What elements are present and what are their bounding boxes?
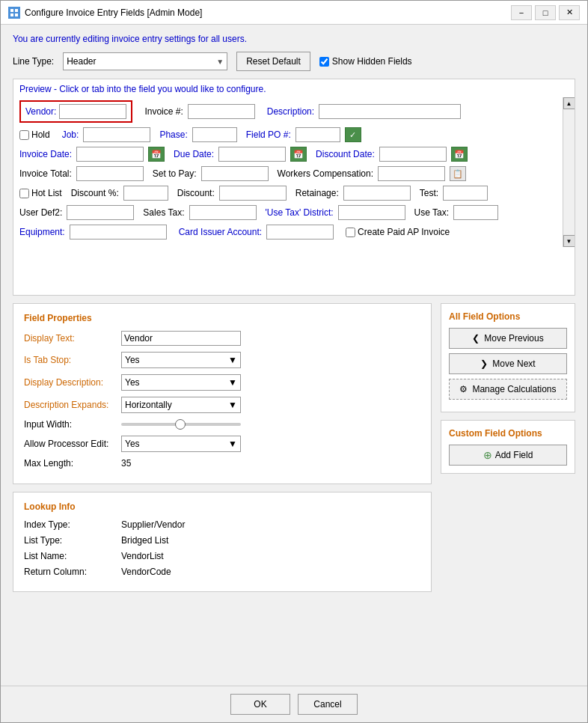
workers-comp-input[interactable]	[378, 166, 445, 181]
return-column-row: Return Column: VendorCode	[24, 567, 420, 577]
workers-comp-label: Workers Compensation:	[278, 168, 374, 179]
user-def2-input[interactable]	[67, 205, 134, 220]
vendor-input[interactable]	[59, 104, 126, 119]
index-type-label: Index Type:	[24, 519, 121, 530]
set-to-pay-input[interactable]	[201, 166, 269, 181]
invoice-date-calendar-button[interactable]: 📅	[148, 147, 165, 162]
scrollbar[interactable]: ▲ ▼	[563, 97, 575, 247]
allow-processor-dropdown[interactable]: Yes ▼	[121, 436, 241, 452]
field-po-calendar-button[interactable]: ✓	[345, 127, 361, 142]
is-tab-stop-dropdown[interactable]: Yes ▼	[121, 352, 241, 368]
field-properties-title: Field Properties	[24, 313, 420, 323]
preview-section: Preview - Click or tab into the field yo…	[13, 79, 575, 296]
invoice-date-input[interactable]	[76, 147, 144, 162]
test-input[interactable]	[443, 186, 488, 201]
close-button[interactable]: ✕	[559, 5, 580, 20]
description-expands-dropdown[interactable]: Horizontally ▼	[121, 397, 241, 413]
display-text-row: Display Text:	[24, 331, 420, 346]
gear-icon: ⚙	[459, 384, 468, 394]
display-description-value: Yes	[125, 377, 140, 388]
index-type-row: Index Type: Supplier/Vendor	[24, 519, 420, 530]
svg-rect-3	[15, 13, 18, 16]
card-issuer-input[interactable]	[266, 225, 334, 240]
allow-processor-arrow-icon: ▼	[228, 439, 237, 449]
move-next-button[interactable]: ❯ Move Next	[449, 353, 567, 374]
custom-field-options-title: Custom Field Options	[449, 428, 567, 439]
svg-rect-2	[10, 13, 13, 16]
workers-comp-doc-button[interactable]: 📋	[450, 166, 466, 181]
plus-circle-icon: ⊕	[483, 449, 492, 461]
svg-rect-1	[15, 9, 18, 12]
scroll-down-icon[interactable]: ▼	[563, 235, 575, 247]
field-po-input[interactable]	[295, 127, 340, 142]
cancel-button[interactable]: Cancel	[298, 694, 358, 715]
discount-input[interactable]	[219, 186, 287, 201]
create-paid-checkbox[interactable]	[346, 228, 355, 237]
phase-input[interactable]	[192, 127, 237, 142]
use-tax-input[interactable]	[453, 205, 498, 220]
discount-pct-label: Discount %:	[71, 188, 119, 198]
description-input[interactable]	[319, 104, 461, 119]
hot-list-checkbox[interactable]	[19, 189, 29, 198]
manage-calculations-button[interactable]: ⚙ Manage Calculations	[449, 379, 567, 400]
field-properties-section: Field Properties Display Text: Is Tab St…	[13, 303, 432, 484]
footer-bar: OK Cancel	[1, 686, 587, 722]
line-type-dropdown[interactable]: Header ▼	[63, 52, 227, 70]
discount-date-calendar-button[interactable]: 📅	[451, 147, 468, 162]
invoice-hash-input[interactable]	[188, 104, 255, 119]
display-description-dropdown[interactable]: Yes ▼	[121, 374, 241, 391]
maximize-button[interactable]: □	[535, 5, 556, 20]
hold-checkbox[interactable]	[19, 130, 29, 140]
move-next-label: Move Next	[492, 359, 535, 369]
left-panel: Field Properties Display Text: Is Tab St…	[13, 303, 432, 677]
description-expands-value: Horizontally	[125, 400, 172, 410]
description-expands-label: Description Expands:	[24, 400, 121, 410]
input-width-slider-container	[121, 423, 241, 426]
is-tab-stop-value: Yes	[125, 355, 140, 365]
is-tab-stop-label: Is Tab Stop:	[24, 355, 121, 365]
sales-tax-input[interactable]	[189, 205, 257, 220]
slider-thumb[interactable]	[175, 419, 186, 430]
notice-text: You are currently editing invoice entry …	[13, 34, 575, 44]
invoice-date-label: Invoice Date:	[19, 149, 72, 159]
move-previous-button[interactable]: ❮ Move Previous	[449, 328, 567, 349]
list-type-row: List Type: Bridged List	[24, 535, 420, 546]
add-field-button[interactable]: ⊕ Add Field	[449, 445, 567, 466]
invoice-total-input[interactable]	[76, 166, 144, 181]
sales-tax-label: Sales Tax:	[143, 207, 184, 218]
hot-list-checkbox-field: Hot List	[19, 188, 62, 198]
form-row-1: Vendor: Invoice #: Description:	[19, 100, 560, 123]
input-width-row: Input Width:	[24, 419, 420, 430]
due-date-calendar-button[interactable]: 📅	[290, 147, 307, 162]
is-tab-stop-row: Is Tab Stop: Yes ▼	[24, 352, 420, 368]
create-paid-label: Create Paid AP Invoice	[358, 227, 450, 237]
due-date-input[interactable]	[218, 147, 286, 162]
invoice-total-label: Invoice Total:	[19, 168, 72, 179]
return-column-label: Return Column:	[24, 567, 121, 577]
main-window: Configure Invoice Entry Fields [Admin Mo…	[0, 0, 588, 723]
retainage-input[interactable]	[343, 186, 411, 201]
list-type-value: Bridged List	[121, 535, 168, 546]
job-input[interactable]	[83, 127, 150, 142]
dropdown-arrow-icon: ▼	[216, 58, 224, 66]
list-name-row: List Name: VendorList	[24, 551, 420, 561]
show-hidden-checkbox[interactable]	[319, 57, 329, 67]
ok-button[interactable]: OK	[230, 694, 290, 715]
reset-default-button[interactable]: Reset Default	[236, 52, 310, 71]
scroll-up-icon[interactable]: ▲	[563, 97, 575, 109]
discount-date-input[interactable]	[379, 147, 447, 162]
minimize-button[interactable]: −	[511, 5, 532, 20]
move-previous-label: Move Previous	[484, 333, 543, 344]
equipment-input[interactable]	[70, 225, 167, 240]
display-text-input[interactable]	[121, 331, 241, 346]
title-bar: Configure Invoice Entry Fields [Admin Mo…	[1, 1, 587, 25]
discount-pct-input[interactable]	[123, 186, 168, 201]
card-issuer-label: Card Issuer Account:	[179, 227, 262, 237]
line-type-label: Line Type:	[13, 56, 54, 67]
lookup-info-section: Lookup Info Index Type: Supplier/Vendor …	[13, 492, 432, 592]
return-column-value: VendorCode	[121, 567, 171, 577]
list-name-label: List Name:	[24, 551, 121, 561]
set-to-pay-label: Set to Pay:	[153, 168, 197, 179]
max-length-value: 35	[121, 458, 131, 469]
use-tax-district-input[interactable]	[338, 205, 405, 220]
